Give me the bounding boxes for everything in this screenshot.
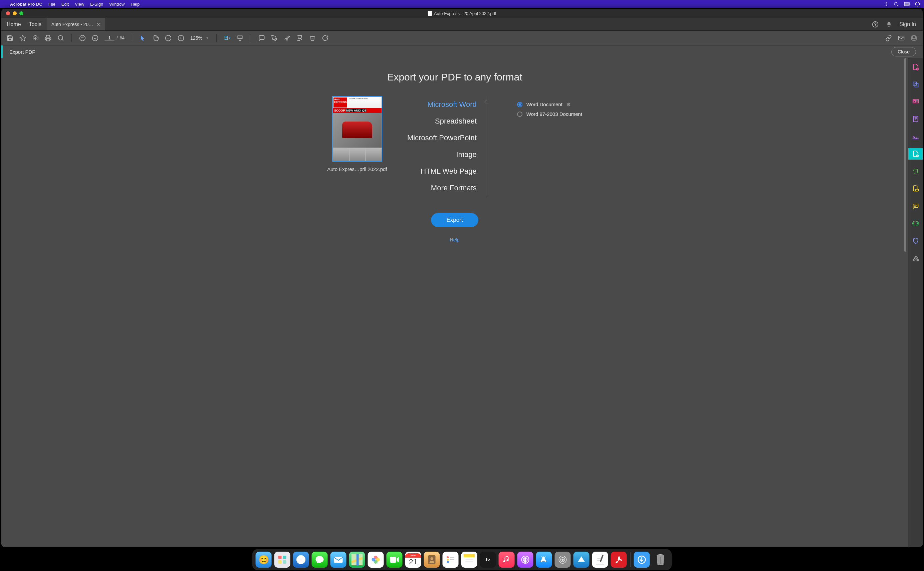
page-number-input[interactable] [105, 35, 114, 41]
spotlight-icon[interactable] [894, 2, 899, 7]
zoom-value[interactable]: 125% [190, 35, 202, 41]
page-up-icon[interactable] [79, 35, 86, 42]
format-image[interactable]: Image [456, 150, 477, 159]
menu-item-file[interactable]: File [48, 2, 55, 7]
menu-item-esign[interactable]: E-Sign [90, 2, 103, 7]
tab-close-icon[interactable]: ✕ [97, 22, 100, 27]
dock-appstore-icon[interactable] [536, 552, 552, 568]
rail-export-pdf-icon[interactable] [908, 148, 923, 160]
page-down-icon[interactable] [92, 35, 99, 42]
rail-edit-icon[interactable] [908, 96, 923, 108]
radio-word-docx[interactable] [517, 102, 522, 107]
dock-safari-icon[interactable] [293, 552, 309, 568]
menu-item-window[interactable]: Window [109, 2, 125, 7]
hand-icon[interactable] [152, 35, 159, 42]
dock-podcasts-icon[interactable] [517, 552, 533, 568]
dock-calendar-icon[interactable]: APR 21 [405, 552, 421, 568]
rail-fill-sign-icon[interactable] [908, 131, 923, 142]
dock-launchpad-icon[interactable] [274, 552, 290, 568]
dock-finder-icon[interactable]: 😊 [256, 552, 272, 568]
rail-send-comments-icon[interactable] [908, 183, 923, 194]
format-word[interactable]: Microsoft Word [427, 100, 477, 109]
tab-tools[interactable]: Tools [29, 22, 42, 28]
siri-icon[interactable] [915, 2, 920, 7]
print-icon[interactable] [45, 35, 51, 42]
dock-acrobat-icon[interactable] [611, 552, 627, 568]
dock-contacts-icon[interactable] [424, 552, 440, 568]
sign-icon[interactable] [284, 35, 290, 42]
format-more[interactable]: More Formats [431, 184, 477, 192]
highlight-icon[interactable] [271, 35, 278, 42]
document-thumbnail[interactable]: Auto EXPRESS CUT-PRICE SUPERCARS SCOOP N… [332, 96, 382, 162]
profile-icon[interactable] [911, 35, 917, 42]
dock-app-generic-icon[interactable] [573, 552, 590, 568]
dock-appletv-icon[interactable]: tv [480, 552, 496, 568]
settings-gear-icon[interactable]: ⚙ [567, 102, 571, 107]
macos-menubar: Acrobat Pro DC File Edit View E-Sign Win… [0, 0, 924, 8]
save-icon[interactable] [7, 35, 13, 42]
dock-music-icon[interactable] [499, 552, 515, 568]
export-button[interactable]: Export [431, 213, 478, 227]
dock-maps-icon[interactable] [349, 552, 365, 568]
format-powerpoint[interactable]: Microsoft PowerPoint [407, 134, 477, 142]
svg-line-1 [896, 5, 898, 6]
fit-width-icon[interactable] [237, 35, 243, 42]
rail-organize-icon[interactable] [908, 166, 923, 177]
magazine-head1: CUT-PRICE SUPERCARS [348, 97, 381, 108]
panel-title: Export PDF [9, 49, 35, 55]
zoom-dropdown-icon[interactable]: ▼ [206, 36, 209, 40]
dock-trash-icon[interactable] [653, 552, 668, 568]
signin-link[interactable]: Sign In [899, 22, 916, 28]
window-minimize-button[interactable] [13, 11, 17, 15]
dock-reminders-icon[interactable] [443, 552, 459, 568]
tab-home[interactable]: Home [7, 22, 21, 28]
rail-comment-icon[interactable] [908, 201, 923, 212]
window-close-button[interactable] [6, 11, 10, 15]
svg-marker-86 [578, 556, 585, 562]
vertical-scrollbar[interactable] [904, 58, 907, 547]
rail-scan-icon[interactable] [908, 218, 923, 229]
delete-icon[interactable] [309, 35, 316, 42]
dock-notes-icon[interactable] [461, 552, 477, 568]
rail-protect-icon[interactable] [908, 235, 923, 247]
radio-word-97[interactable] [517, 111, 522, 117]
zoom-in-icon[interactable] [177, 35, 184, 42]
stamp-icon[interactable] [296, 35, 303, 42]
fit-page-icon[interactable]: ▾ [224, 35, 231, 42]
menu-item-help[interactable]: Help [131, 2, 140, 7]
dock-facetime-icon[interactable] [387, 552, 403, 568]
control-center-icon[interactable] [904, 2, 910, 6]
star-icon[interactable] [19, 35, 26, 42]
app-name[interactable]: Acrobat Pro DC [10, 2, 42, 7]
format-spreadsheet[interactable]: Spreadsheet [435, 117, 477, 125]
dock-photos-icon[interactable] [368, 552, 384, 568]
format-html[interactable]: HTML Web Page [420, 167, 477, 176]
find-icon[interactable] [57, 35, 64, 42]
dock-messages-icon[interactable] [312, 552, 328, 568]
help-icon[interactable] [872, 21, 879, 28]
menu-item-view[interactable]: View [75, 2, 84, 7]
rotate-icon[interactable] [322, 35, 328, 42]
zoom-out-icon[interactable] [165, 35, 172, 42]
pointer-icon[interactable] [140, 35, 146, 42]
panel-close-button[interactable]: Close [891, 47, 916, 56]
link-icon[interactable] [885, 35, 892, 42]
notifications-icon[interactable] [886, 21, 892, 28]
dock-settings-icon[interactable] [555, 552, 571, 568]
dock-downloads-icon[interactable] [634, 552, 650, 568]
right-tool-rail [908, 58, 922, 547]
rail-more-tools-icon[interactable] [908, 252, 923, 264]
cloud-icon[interactable] [32, 35, 39, 42]
document-tab[interactable]: Auto Express - 20… ✕ [47, 18, 105, 30]
dock-textedit-icon[interactable] [592, 552, 608, 568]
help-link[interactable]: Help [450, 237, 460, 242]
menu-item-edit[interactable]: Edit [62, 2, 69, 7]
window-zoom-button[interactable] [19, 11, 23, 15]
dock-mail-icon[interactable] [331, 552, 346, 568]
email-icon[interactable] [898, 35, 905, 42]
rail-create-pdf-icon[interactable] [908, 62, 923, 73]
comment-icon[interactable] [259, 35, 265, 42]
menubar-updates-icon[interactable]: ⇧ [884, 2, 888, 7]
rail-request-signatures-icon[interactable] [908, 114, 923, 125]
rail-combine-icon[interactable] [908, 79, 923, 90]
